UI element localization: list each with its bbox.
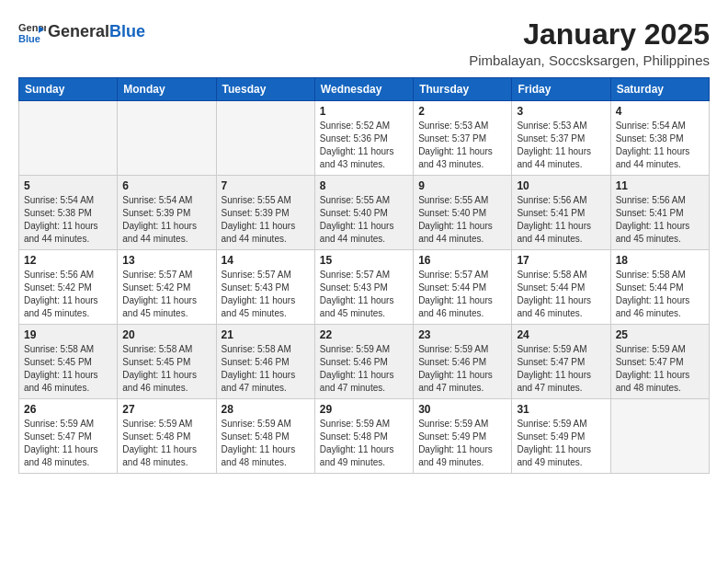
- month-title: January 2025: [469, 18, 710, 51]
- day-info: Sunrise: 5:55 AMSunset: 5:40 PMDaylight:…: [320, 194, 408, 246]
- day-info: Sunrise: 5:59 AMSunset: 5:48 PMDaylight:…: [222, 418, 310, 469]
- day-number: 13: [122, 254, 210, 267]
- day-info: Sunrise: 5:59 AMSunset: 5:47 PMDaylight:…: [517, 343, 605, 395]
- header-thursday: Thursday: [414, 78, 512, 101]
- day-number: 30: [418, 403, 506, 416]
- day-info: Sunrise: 5:52 AMSunset: 5:36 PMDaylight:…: [320, 120, 408, 171]
- day-number: 26: [24, 403, 112, 416]
- table-row: 9Sunrise: 5:55 AMSunset: 5:40 PMDaylight…: [414, 176, 512, 250]
- header: General Blue GeneralBlue January 2025 Pi…: [18, 18, 710, 68]
- day-number: 10: [517, 179, 605, 192]
- day-info: Sunrise: 5:57 AMSunset: 5:43 PMDaylight:…: [222, 269, 310, 320]
- calendar-week-1: 1Sunrise: 5:52 AMSunset: 5:36 PMDaylight…: [19, 101, 710, 176]
- day-info: Sunrise: 5:57 AMSunset: 5:44 PMDaylight:…: [418, 269, 506, 320]
- day-info: Sunrise: 5:59 AMSunset: 5:46 PMDaylight:…: [418, 343, 506, 395]
- table-row: 4Sunrise: 5:54 AMSunset: 5:38 PMDaylight…: [610, 101, 709, 176]
- table-row: 6Sunrise: 5:54 AMSunset: 5:39 PMDaylight…: [118, 176, 216, 250]
- table-row: 3Sunrise: 5:53 AMSunset: 5:37 PMDaylight…: [512, 101, 610, 176]
- table-row: 20Sunrise: 5:58 AMSunset: 5:45 PMDayligh…: [118, 325, 216, 399]
- table-row: 31Sunrise: 5:59 AMSunset: 5:49 PMDayligh…: [512, 399, 610, 474]
- table-row: 30Sunrise: 5:59 AMSunset: 5:49 PMDayligh…: [414, 399, 512, 474]
- day-number: 2: [418, 105, 506, 118]
- day-number: 31: [517, 403, 605, 416]
- day-number: 8: [320, 179, 408, 192]
- table-row: 23Sunrise: 5:59 AMSunset: 5:46 PMDayligh…: [414, 325, 512, 399]
- day-number: 18: [616, 254, 704, 267]
- day-info: Sunrise: 5:59 AMSunset: 5:46 PMDaylight:…: [320, 343, 408, 395]
- svg-text:Blue: Blue: [18, 33, 40, 44]
- day-info: Sunrise: 5:55 AMSunset: 5:40 PMDaylight:…: [418, 194, 506, 246]
- day-number: 14: [222, 254, 310, 267]
- calendar-week-3: 12Sunrise: 5:56 AMSunset: 5:42 PMDayligh…: [19, 250, 710, 325]
- day-info: Sunrise: 5:59 AMSunset: 5:48 PMDaylight:…: [320, 418, 408, 469]
- day-info: Sunrise: 5:58 AMSunset: 5:46 PMDaylight:…: [222, 343, 310, 395]
- table-row: 10Sunrise: 5:56 AMSunset: 5:41 PMDayligh…: [512, 176, 610, 250]
- svg-text:General: General: [18, 22, 46, 33]
- day-info: Sunrise: 5:59 AMSunset: 5:48 PMDaylight:…: [122, 418, 210, 469]
- day-info: Sunrise: 5:59 AMSunset: 5:47 PMDaylight:…: [616, 343, 704, 395]
- table-row: 28Sunrise: 5:59 AMSunset: 5:48 PMDayligh…: [216, 399, 314, 474]
- day-info: Sunrise: 5:58 AMSunset: 5:45 PMDaylight:…: [24, 343, 112, 395]
- table-row: [118, 101, 216, 176]
- day-number: 20: [122, 328, 210, 341]
- day-info: Sunrise: 5:58 AMSunset: 5:44 PMDaylight:…: [517, 269, 605, 320]
- day-number: 22: [320, 328, 408, 341]
- day-info: Sunrise: 5:56 AMSunset: 5:41 PMDaylight:…: [517, 194, 605, 246]
- day-info: Sunrise: 5:56 AMSunset: 5:42 PMDaylight:…: [24, 269, 112, 320]
- day-number: 15: [320, 254, 408, 267]
- table-row: 29Sunrise: 5:59 AMSunset: 5:48 PMDayligh…: [314, 399, 413, 474]
- day-number: 25: [616, 328, 704, 341]
- table-row: 7Sunrise: 5:55 AMSunset: 5:39 PMDaylight…: [216, 176, 314, 250]
- table-row: 26Sunrise: 5:59 AMSunset: 5:47 PMDayligh…: [19, 399, 118, 474]
- page: General Blue GeneralBlue January 2025 Pi…: [0, 0, 728, 483]
- day-info: Sunrise: 5:57 AMSunset: 5:43 PMDaylight:…: [320, 269, 408, 320]
- day-info: Sunrise: 5:59 AMSunset: 5:49 PMDaylight:…: [418, 418, 506, 469]
- calendar-header-row: Sunday Monday Tuesday Wednesday Thursday…: [19, 78, 710, 101]
- day-number: 27: [122, 403, 210, 416]
- table-row: 24Sunrise: 5:59 AMSunset: 5:47 PMDayligh…: [512, 325, 610, 399]
- day-number: 5: [24, 179, 112, 192]
- table-row: 21Sunrise: 5:58 AMSunset: 5:46 PMDayligh…: [216, 325, 314, 399]
- day-info: Sunrise: 5:57 AMSunset: 5:42 PMDaylight:…: [122, 269, 210, 320]
- title-block: January 2025 Pimbalayan, Soccsksargen, P…: [469, 18, 710, 68]
- header-monday: Monday: [118, 78, 216, 101]
- day-info: Sunrise: 5:58 AMSunset: 5:45 PMDaylight:…: [122, 343, 210, 395]
- day-info: Sunrise: 5:53 AMSunset: 5:37 PMDaylight:…: [418, 120, 506, 171]
- day-number: 12: [24, 254, 112, 267]
- header-friday: Friday: [512, 78, 610, 101]
- day-number: 1: [320, 105, 408, 118]
- table-row: 15Sunrise: 5:57 AMSunset: 5:43 PMDayligh…: [314, 250, 413, 325]
- table-row: [19, 101, 118, 176]
- day-number: 11: [616, 179, 704, 192]
- day-number: 9: [418, 179, 506, 192]
- calendar-week-2: 5Sunrise: 5:54 AMSunset: 5:38 PMDaylight…: [19, 176, 710, 250]
- day-info: Sunrise: 5:55 AMSunset: 5:39 PMDaylight:…: [222, 194, 310, 246]
- table-row: 12Sunrise: 5:56 AMSunset: 5:42 PMDayligh…: [19, 250, 118, 325]
- calendar-week-5: 26Sunrise: 5:59 AMSunset: 5:47 PMDayligh…: [19, 399, 710, 474]
- table-row: 17Sunrise: 5:58 AMSunset: 5:44 PMDayligh…: [512, 250, 610, 325]
- logo: General Blue GeneralBlue: [18, 18, 145, 46]
- table-row: 1Sunrise: 5:52 AMSunset: 5:36 PMDaylight…: [314, 101, 413, 176]
- logo-general: General: [48, 22, 109, 40]
- day-info: Sunrise: 5:54 AMSunset: 5:38 PMDaylight:…: [24, 194, 112, 246]
- table-row: [610, 399, 709, 474]
- table-row: 18Sunrise: 5:58 AMSunset: 5:44 PMDayligh…: [610, 250, 709, 325]
- day-number: 4: [616, 105, 704, 118]
- day-number: 28: [222, 403, 310, 416]
- day-info: Sunrise: 5:54 AMSunset: 5:39 PMDaylight:…: [122, 194, 210, 246]
- table-row: 16Sunrise: 5:57 AMSunset: 5:44 PMDayligh…: [414, 250, 512, 325]
- header-sunday: Sunday: [19, 78, 118, 101]
- logo-blue: Blue: [109, 22, 145, 40]
- day-number: 19: [24, 328, 112, 341]
- table-row: 5Sunrise: 5:54 AMSunset: 5:38 PMDaylight…: [19, 176, 118, 250]
- day-info: Sunrise: 5:56 AMSunset: 5:41 PMDaylight:…: [616, 194, 704, 246]
- day-number: 6: [122, 179, 210, 192]
- table-row: 25Sunrise: 5:59 AMSunset: 5:47 PMDayligh…: [610, 325, 709, 399]
- day-info: Sunrise: 5:54 AMSunset: 5:38 PMDaylight:…: [616, 120, 704, 171]
- calendar-week-4: 19Sunrise: 5:58 AMSunset: 5:45 PMDayligh…: [19, 325, 710, 399]
- logo-text-block: GeneralBlue: [48, 23, 145, 41]
- table-row: 19Sunrise: 5:58 AMSunset: 5:45 PMDayligh…: [19, 325, 118, 399]
- day-number: 3: [517, 105, 605, 118]
- day-info: Sunrise: 5:58 AMSunset: 5:44 PMDaylight:…: [616, 269, 704, 320]
- day-info: Sunrise: 5:59 AMSunset: 5:47 PMDaylight:…: [24, 418, 112, 469]
